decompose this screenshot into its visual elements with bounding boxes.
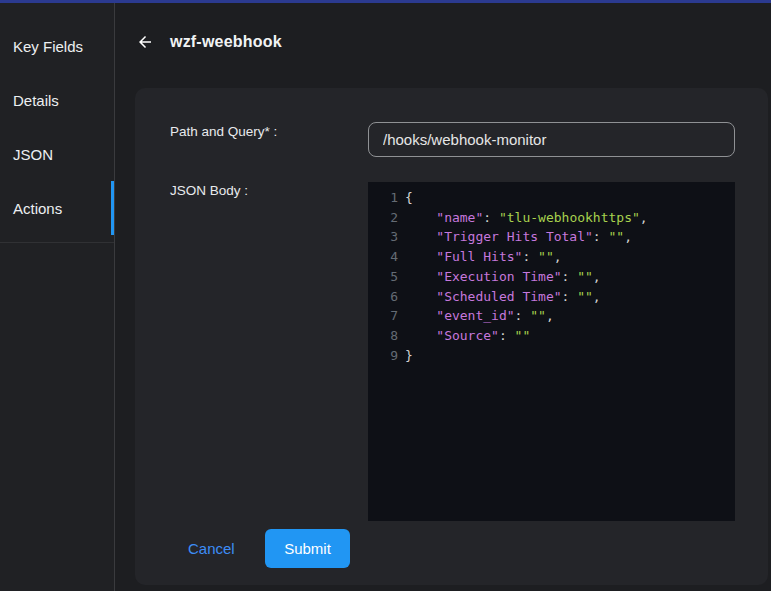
line-number: 7 [368, 306, 398, 326]
code-line: 6 "Scheduled Time": "", [368, 287, 735, 307]
sidebar-item-actions[interactable]: Actions [0, 181, 114, 235]
code-lines: 1{2 "name": "tlu-webhookhttps",3 "Trigge… [368, 188, 735, 365]
json-body-label: JSON Body : [170, 183, 248, 199]
sidebar-item-label: Details [13, 92, 59, 109]
path-query-label: Path and Query* : [170, 124, 277, 140]
code-text: "name": "tlu-webhookhttps", [398, 208, 648, 228]
sidebar-item-label: Actions [13, 200, 62, 217]
line-number: 1 [368, 188, 398, 208]
code-line: 5 "Execution Time": "", [368, 267, 735, 287]
code-text: "event_id": "", [398, 306, 554, 326]
line-number: 3 [368, 227, 398, 247]
back-button[interactable] [135, 32, 155, 52]
code-line: 1{ [368, 188, 735, 208]
line-number: 9 [368, 346, 398, 366]
code-text: { [398, 188, 413, 208]
path-query-input[interactable] [368, 122, 735, 157]
sidebar-item-json[interactable]: JSON [0, 127, 114, 181]
code-line: 8 "Source": "" [368, 326, 735, 346]
code-line: 7 "event_id": "", [368, 306, 735, 326]
sidebar: Key FieldsDetailsJSONActions [0, 3, 115, 591]
code-text: "Scheduled Time": "", [398, 287, 601, 307]
arrow-left-icon [136, 33, 154, 51]
page-header: wzf-weebhook [135, 30, 282, 54]
code-line: 2 "name": "tlu-webhookhttps", [368, 208, 735, 228]
line-number: 6 [368, 287, 398, 307]
sidebar-item-label: Key Fields [13, 38, 83, 55]
code-line: 9} [368, 346, 735, 366]
content-card: Path and Query* : JSON Body : 1{2 "name"… [135, 88, 768, 585]
sidebar-divider [0, 242, 114, 243]
code-line: 3 "Trigger Hits Total": "", [368, 227, 735, 247]
line-number: 4 [368, 247, 398, 267]
sidebar-item-key-fields[interactable]: Key Fields [0, 19, 114, 73]
line-number: 8 [368, 326, 398, 346]
code-text: "Full Hits": "", [398, 247, 562, 267]
top-accent-strip [0, 0, 771, 3]
line-number: 5 [368, 267, 398, 287]
code-text: } [398, 346, 413, 366]
page-title: wzf-weebhook [170, 33, 282, 51]
cancel-button[interactable]: Cancel [180, 529, 243, 568]
sidebar-item-details[interactable]: Details [0, 73, 114, 127]
code-text: "Source": "" [398, 326, 530, 346]
code-text: "Trigger Hits Total": "", [398, 227, 632, 247]
sidebar-nav: Key FieldsDetailsJSONActions [0, 3, 114, 235]
sidebar-item-label: JSON [13, 146, 53, 163]
code-line: 4 "Full Hits": "", [368, 247, 735, 267]
line-number: 2 [368, 208, 398, 228]
json-body-editor[interactable]: 1{2 "name": "tlu-webhookhttps",3 "Trigge… [368, 182, 735, 521]
submit-button[interactable]: Submit [265, 529, 350, 568]
code-text: "Execution Time": "", [398, 267, 601, 287]
